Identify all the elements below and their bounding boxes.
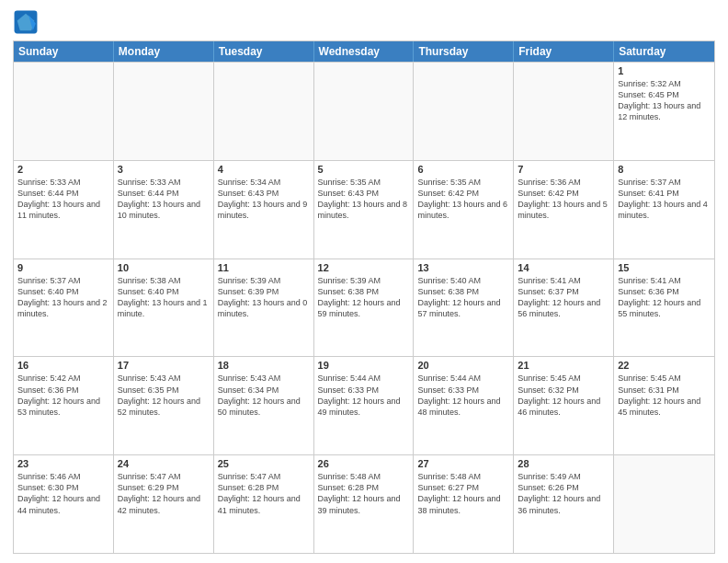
day-cell-25: 25Sunrise: 5:47 AM Sunset: 6:28 PM Dayli… — [214, 455, 314, 553]
day-info: Sunrise: 5:33 AM Sunset: 6:44 PM Dayligh… — [118, 177, 210, 222]
day-cell-22: 22Sunrise: 5:45 AM Sunset: 6:31 PM Dayli… — [614, 357, 714, 454]
header-cell-saturday: Saturday — [614, 41, 714, 62]
calendar-body: 1Sunrise: 5:32 AM Sunset: 6:45 PM Daylig… — [14, 62, 714, 553]
day-number: 11 — [218, 262, 310, 273]
day-info: Sunrise: 5:48 AM Sunset: 6:27 PM Dayligh… — [417, 471, 509, 516]
calendar-row-0: 1Sunrise: 5:32 AM Sunset: 6:45 PM Daylig… — [14, 62, 714, 160]
day-info: Sunrise: 5:48 AM Sunset: 6:28 PM Dayligh… — [318, 471, 410, 516]
day-number: 27 — [417, 458, 509, 469]
calendar-header: SundayMondayTuesdayWednesdayThursdayFrid… — [14, 41, 714, 62]
calendar-row-4: 23Sunrise: 5:46 AM Sunset: 6:30 PM Dayli… — [14, 454, 714, 553]
logo-icon — [13, 9, 39, 35]
day-info: Sunrise: 5:36 AM Sunset: 6:42 PM Dayligh… — [518, 177, 609, 222]
empty-cell-4-6 — [614, 455, 714, 553]
day-info: Sunrise: 5:47 AM Sunset: 6:28 PM Dayligh… — [218, 471, 310, 516]
header-cell-friday: Friday — [514, 41, 614, 62]
day-cell-20: 20Sunrise: 5:44 AM Sunset: 6:33 PM Dayli… — [414, 357, 514, 454]
day-number: 15 — [618, 262, 711, 273]
day-info: Sunrise: 5:34 AM Sunset: 6:43 PM Dayligh… — [218, 177, 310, 222]
empty-cell-0-0 — [14, 63, 114, 160]
day-number: 5 — [318, 164, 410, 175]
day-cell-9: 9Sunrise: 5:37 AM Sunset: 6:40 PM Daylig… — [14, 259, 114, 357]
day-number: 24 — [118, 458, 210, 469]
day-info: Sunrise: 5:44 AM Sunset: 6:33 PM Dayligh… — [417, 373, 509, 418]
day-cell-27: 27Sunrise: 5:48 AM Sunset: 6:27 PM Dayli… — [414, 455, 514, 553]
day-number: 17 — [118, 360, 210, 371]
day-number: 23 — [17, 458, 109, 469]
day-number: 2 — [17, 164, 109, 175]
day-info: Sunrise: 5:42 AM Sunset: 6:36 PM Dayligh… — [17, 373, 109, 418]
day-number: 8 — [618, 164, 711, 175]
header-cell-tuesday: Tuesday — [214, 41, 314, 62]
day-cell-14: 14Sunrise: 5:41 AM Sunset: 6:37 PM Dayli… — [514, 259, 614, 357]
day-info: Sunrise: 5:45 AM Sunset: 6:32 PM Dayligh… — [518, 373, 609, 418]
day-number: 20 — [417, 360, 509, 371]
day-info: Sunrise: 5:43 AM Sunset: 6:35 PM Dayligh… — [118, 373, 210, 418]
day-info: Sunrise: 5:44 AM Sunset: 6:33 PM Dayligh… — [318, 373, 410, 418]
day-cell-17: 17Sunrise: 5:43 AM Sunset: 6:35 PM Dayli… — [114, 357, 214, 454]
day-number: 25 — [218, 458, 310, 469]
day-cell-21: 21Sunrise: 5:45 AM Sunset: 6:32 PM Dayli… — [514, 357, 614, 454]
day-number: 4 — [218, 164, 310, 175]
day-cell-16: 16Sunrise: 5:42 AM Sunset: 6:36 PM Dayli… — [14, 357, 114, 454]
day-cell-15: 15Sunrise: 5:41 AM Sunset: 6:36 PM Dayli… — [614, 259, 714, 357]
day-info: Sunrise: 5:35 AM Sunset: 6:42 PM Dayligh… — [417, 177, 509, 222]
day-cell-5: 5Sunrise: 5:35 AM Sunset: 6:43 PM Daylig… — [314, 161, 415, 259]
day-cell-19: 19Sunrise: 5:44 AM Sunset: 6:33 PM Dayli… — [314, 357, 415, 454]
day-cell-3: 3Sunrise: 5:33 AM Sunset: 6:44 PM Daylig… — [114, 161, 214, 259]
day-info: Sunrise: 5:39 AM Sunset: 6:38 PM Dayligh… — [318, 275, 410, 320]
day-info: Sunrise: 5:41 AM Sunset: 6:37 PM Dayligh… — [518, 275, 609, 320]
day-info: Sunrise: 5:38 AM Sunset: 6:40 PM Dayligh… — [118, 275, 210, 320]
empty-cell-0-4 — [414, 63, 514, 160]
calendar: SundayMondayTuesdayWednesdayThursdayFrid… — [13, 40, 715, 554]
calendar-row-1: 2Sunrise: 5:33 AM Sunset: 6:44 PM Daylig… — [14, 160, 714, 259]
day-info: Sunrise: 5:32 AM Sunset: 6:45 PM Dayligh… — [618, 78, 711, 123]
day-info: Sunrise: 5:37 AM Sunset: 6:40 PM Dayligh… — [17, 275, 109, 320]
header-cell-wednesday: Wednesday — [314, 41, 415, 62]
day-number: 14 — [518, 262, 609, 273]
logo — [13, 9, 42, 35]
header-cell-sunday: Sunday — [14, 41, 114, 62]
header-cell-thursday: Thursday — [414, 41, 514, 62]
day-info: Sunrise: 5:45 AM Sunset: 6:31 PM Dayligh… — [618, 373, 711, 418]
day-cell-2: 2Sunrise: 5:33 AM Sunset: 6:44 PM Daylig… — [14, 161, 114, 259]
day-number: 26 — [318, 458, 410, 469]
empty-cell-0-1 — [114, 63, 214, 160]
day-info: Sunrise: 5:33 AM Sunset: 6:44 PM Dayligh… — [17, 177, 109, 222]
day-number: 18 — [218, 360, 310, 371]
day-cell-11: 11Sunrise: 5:39 AM Sunset: 6:39 PM Dayli… — [214, 259, 314, 357]
day-info: Sunrise: 5:41 AM Sunset: 6:36 PM Dayligh… — [618, 275, 711, 320]
day-number: 21 — [518, 360, 609, 371]
day-number: 22 — [618, 360, 711, 371]
day-info: Sunrise: 5:37 AM Sunset: 6:41 PM Dayligh… — [618, 177, 711, 222]
day-cell-26: 26Sunrise: 5:48 AM Sunset: 6:28 PM Dayli… — [314, 455, 415, 553]
day-cell-28: 28Sunrise: 5:49 AM Sunset: 6:26 PM Dayli… — [514, 455, 614, 553]
day-cell-1: 1Sunrise: 5:32 AM Sunset: 6:45 PM Daylig… — [614, 63, 714, 160]
day-cell-7: 7Sunrise: 5:36 AM Sunset: 6:42 PM Daylig… — [514, 161, 614, 259]
day-info: Sunrise: 5:40 AM Sunset: 6:38 PM Dayligh… — [417, 275, 509, 320]
day-cell-4: 4Sunrise: 5:34 AM Sunset: 6:43 PM Daylig… — [214, 161, 314, 259]
calendar-row-2: 9Sunrise: 5:37 AM Sunset: 6:40 PM Daylig… — [14, 259, 714, 357]
day-cell-8: 8Sunrise: 5:37 AM Sunset: 6:41 PM Daylig… — [614, 161, 714, 259]
header — [13, 9, 715, 35]
header-cell-monday: Monday — [114, 41, 214, 62]
empty-cell-0-3 — [314, 63, 415, 160]
day-info: Sunrise: 5:47 AM Sunset: 6:29 PM Dayligh… — [118, 471, 210, 516]
page: SundayMondayTuesdayWednesdayThursdayFrid… — [0, 0, 728, 563]
day-number: 28 — [518, 458, 609, 469]
day-info: Sunrise: 5:43 AM Sunset: 6:34 PM Dayligh… — [218, 373, 310, 418]
day-number: 12 — [318, 262, 410, 273]
day-cell-12: 12Sunrise: 5:39 AM Sunset: 6:38 PM Dayli… — [314, 259, 415, 357]
day-cell-13: 13Sunrise: 5:40 AM Sunset: 6:38 PM Dayli… — [414, 259, 514, 357]
day-cell-6: 6Sunrise: 5:35 AM Sunset: 6:42 PM Daylig… — [414, 161, 514, 259]
empty-cell-0-5 — [514, 63, 614, 160]
day-number: 19 — [318, 360, 410, 371]
day-number: 3 — [118, 164, 210, 175]
day-number: 6 — [417, 164, 509, 175]
day-number: 9 — [17, 262, 109, 273]
day-cell-24: 24Sunrise: 5:47 AM Sunset: 6:29 PM Dayli… — [114, 455, 214, 553]
empty-cell-0-2 — [214, 63, 314, 160]
day-number: 13 — [417, 262, 509, 273]
day-info: Sunrise: 5:46 AM Sunset: 6:30 PM Dayligh… — [17, 471, 109, 516]
day-number: 10 — [118, 262, 210, 273]
